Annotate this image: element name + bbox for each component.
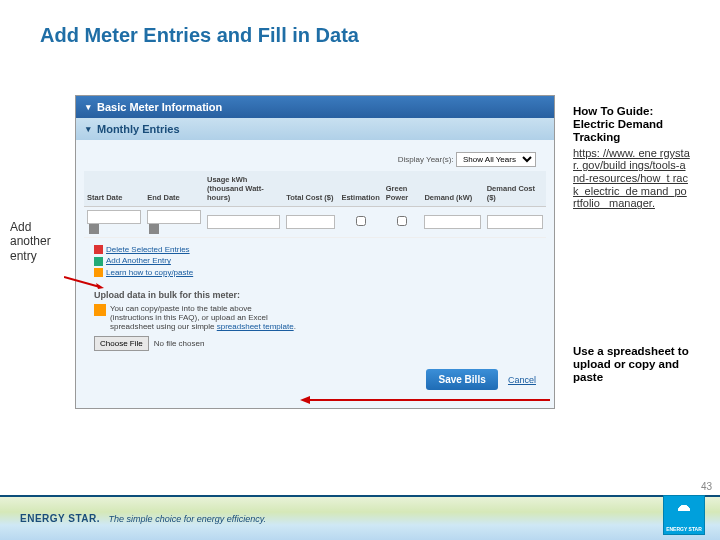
calendar-icon[interactable] bbox=[89, 224, 99, 234]
col-total-cost: Total Cost ($) bbox=[283, 171, 338, 207]
cost-input[interactable] bbox=[286, 215, 335, 229]
file-upload-row: Choose File No file chosen bbox=[94, 336, 536, 351]
svg-marker-3 bbox=[300, 396, 310, 404]
demand-cost-input[interactable] bbox=[487, 215, 543, 229]
col-demand-cost: Demand Cost ($) bbox=[484, 171, 546, 207]
footer-text: ENERGY STAR. The simple choice for energ… bbox=[20, 513, 266, 524]
plus-icon bbox=[94, 257, 103, 266]
table-row bbox=[84, 207, 546, 238]
meter-body: Display Year(s): Show All Years Start Da… bbox=[76, 140, 554, 408]
col-end-date: End Date bbox=[144, 171, 204, 207]
entries-table: Start Date End Date Usage kWh (thousand … bbox=[84, 171, 546, 238]
display-year-row: Display Year(s): Show All Years bbox=[84, 148, 546, 171]
col-demand: Demand (kW) bbox=[421, 171, 483, 207]
end-date-input[interactable] bbox=[147, 210, 201, 224]
estimation-checkbox[interactable] bbox=[356, 216, 366, 226]
calendar-icon[interactable] bbox=[149, 224, 159, 234]
col-usage: Usage kWh (thousand Watt-hours) bbox=[204, 171, 283, 207]
bulk-title: Upload data in bulk for this meter: bbox=[94, 290, 536, 300]
display-year-label: Display Year(s): bbox=[398, 155, 454, 164]
panel-title: Basic Meter Information bbox=[97, 101, 222, 113]
annotation-arrow-icon bbox=[64, 275, 104, 289]
bulk-tip: You can copy/paste into the table above … bbox=[94, 304, 536, 331]
col-start-date: Start Date bbox=[84, 171, 144, 207]
col-green-power: Green Power bbox=[383, 171, 422, 207]
x-icon bbox=[94, 245, 103, 254]
bulk-upload-section: Upload data in bulk for this meter: You … bbox=[84, 284, 546, 363]
svg-line-0 bbox=[64, 277, 100, 287]
demand-input[interactable] bbox=[424, 215, 480, 229]
guide-link[interactable]: https: //www. ene rgystar. gov/build ing… bbox=[573, 147, 690, 210]
save-bills-button[interactable]: Save Bills bbox=[426, 369, 497, 390]
col-estimation: Estimation bbox=[338, 171, 382, 207]
table-header-row: Start Date End Date Usage kWh (thousand … bbox=[84, 171, 546, 207]
no-file-label: No file chosen bbox=[154, 339, 205, 348]
display-year-select[interactable]: Show All Years bbox=[456, 152, 536, 167]
chevron-down-icon: ▾ bbox=[86, 102, 91, 112]
entry-links: Delete Selected Entries Add Another Entr… bbox=[84, 238, 546, 284]
cancel-link[interactable]: Cancel bbox=[508, 375, 536, 385]
left-annotation: Add another entry bbox=[0, 95, 75, 409]
right-annotation: How To Guide: Electric Demand Tracking h… bbox=[555, 95, 705, 409]
green-power-checkbox[interactable] bbox=[397, 216, 407, 226]
panel-title: Monthly Entries bbox=[97, 123, 180, 135]
svg-marker-1 bbox=[96, 283, 104, 289]
delete-entries-link[interactable]: Delete Selected Entries bbox=[94, 245, 536, 254]
add-entry-link[interactable]: Add Another Entry bbox=[94, 256, 536, 265]
energy-star-logo: ENERGY STAR bbox=[663, 495, 705, 535]
app-screenshot: ▾ Basic Meter Information ▾ Monthly Entr… bbox=[75, 95, 555, 409]
page-number: 43 bbox=[701, 481, 712, 492]
choose-file-button[interactable]: Choose File bbox=[94, 336, 149, 351]
chevron-down-icon: ▾ bbox=[86, 124, 91, 134]
start-date-input[interactable] bbox=[87, 210, 141, 224]
bulk-tip-text: You can copy/paste into the table above … bbox=[110, 304, 296, 331]
learn-copy-paste-link[interactable]: Learn how to copy/paste bbox=[94, 268, 536, 277]
panel-basic-meter[interactable]: ▾ Basic Meter Information bbox=[76, 96, 554, 118]
panel-monthly-entries[interactable]: ▾ Monthly Entries bbox=[76, 118, 554, 140]
slide-title: Add Meter Entries and Fill in Data bbox=[0, 0, 720, 47]
usage-input[interactable] bbox=[207, 215, 280, 229]
footer-brand: ENERGY STAR. bbox=[20, 513, 100, 524]
main-content: Add another entry ▾ Basic Meter Informat… bbox=[0, 95, 720, 409]
tip-icon bbox=[94, 304, 106, 316]
footer-bar: ENERGY STAR. The simple choice for energ… bbox=[0, 495, 720, 540]
guide-title: How To Guide: Electric Demand Tracking bbox=[573, 105, 690, 145]
annotation-arrow-icon bbox=[300, 395, 550, 405]
spreadsheet-template-link[interactable]: spreadsheet template bbox=[217, 322, 294, 331]
spreadsheet-note: Use a spreadsheet to upload or copy and … bbox=[573, 345, 690, 385]
logo-text: ENERGY STAR bbox=[664, 527, 704, 532]
